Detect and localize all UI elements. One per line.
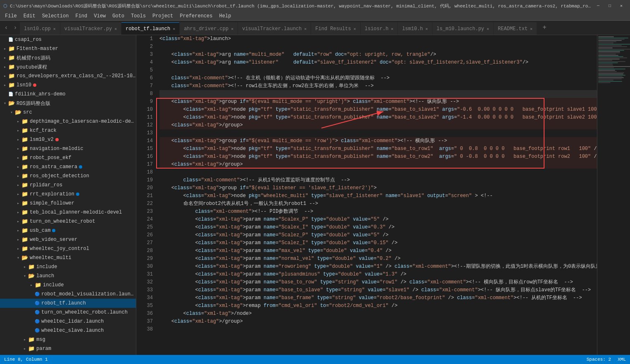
menu-item-preferences[interactable]: Preferences [176, 12, 216, 20]
sidebar-item-wheeltec_slave.launch[interactable]: 🔵 wheeltec_slave.launch [0, 326, 136, 335]
code-content[interactable]: <class="xml-tag">launch> <class="xml-tag… [156, 35, 597, 355]
tab-ls_m10-launch-py[interactable]: ls_m10.launch.py✕ [433, 22, 493, 35]
sidebar-item-src[interactable]: ▾📂 src [0, 108, 136, 117]
close-button[interactable]: ✕ [616, 2, 627, 10]
minimap-line [598, 50, 624, 51]
folder-icon: 📁 [21, 218, 28, 225]
tab-close-icon[interactable]: ✕ [426, 26, 428, 31]
line-number: 9 [136, 98, 153, 106]
menu-item-edit[interactable]: Edit [20, 12, 39, 20]
sidebar-item-msg[interactable]: ▸📁 msg [0, 335, 136, 344]
tab-close-icon[interactable]: ✕ [53, 26, 56, 31]
folder-arrow-icon: ▸ [15, 191, 21, 197]
sidebar-item-robot_tf.launch[interactable]: 🔵 robot_tf.launch [0, 299, 136, 308]
tab-lsiosr-h[interactable]: lsiosr.h✕ [361, 22, 398, 35]
tab-close-icon[interactable]: ✕ [304, 26, 307, 31]
tab-close-icon[interactable]: ✕ [391, 26, 393, 31]
code-line [159, 90, 597, 98]
folder-arrow-icon: ▸ [2, 45, 8, 52]
sidebar-item-ros_developers_extra_class_n2_--2021-10-08--eaab7[interactable]: ▸📁 ros_developers_extra_class_n2_--2021-… [0, 71, 136, 81]
sidebar-item-scripts[interactable]: ▸📁 scripts [0, 353, 136, 355]
tab-lsn10-cpp[interactable]: lsn10.cpp✕ [20, 22, 60, 35]
menu-item-file[interactable]: File [2, 12, 20, 20]
menu-item-goto[interactable]: Goto [109, 12, 128, 20]
sidebar-item-ros源码整合版[interactable]: ▾📂 ROS源码整合版 [0, 99, 136, 108]
sidebar-item-f1tenth-master[interactable]: ▸📁 F1tenth-master [0, 44, 136, 53]
sidebar-item-rrt_exploration[interactable]: ▸📁 rrt_exploration [0, 190, 136, 199]
line-number: 29 [136, 255, 153, 263]
tab-close-icon[interactable]: ✕ [231, 26, 233, 31]
minimize-button[interactable]: ─ [593, 2, 604, 10]
sidebar-item-include[interactable]: ▸📁 include [0, 262, 136, 271]
tab-close-icon[interactable]: ✕ [487, 26, 489, 31]
line-number: 3 [136, 51, 153, 59]
minimap-line [598, 67, 614, 68]
menu-item-tools[interactable]: Tools [128, 12, 149, 20]
sidebar-item-robot_model_visualization.launch[interactable]: 🔵 robot_model_visualization.launch [0, 290, 136, 299]
sidebar-item-机械臂ros源码[interactable]: ▸📁 机械臂ros源码 [0, 53, 136, 62]
tab-prev-button[interactable]: ‹ [2, 21, 11, 35]
code-line: <class="xml-tag">param name="Scalez_I" t… [159, 239, 597, 247]
tab-next-button[interactable]: › [11, 21, 20, 35]
tab-ahrs_driver-cpp[interactable]: ahrs_driver.cpp✕ [180, 22, 238, 35]
sidebar-item-wheeltec_multi[interactable]: ▾📂 wheeltec_multi [0, 253, 136, 262]
minimap-line [598, 46, 627, 47]
sidebar-item-lsm10_v2[interactable]: ▸📁 lsm10_v2 [0, 135, 136, 144]
tab-README-txt[interactable]: README.txt✕ [494, 22, 537, 35]
sidebar-item-turn_on_wheeltec_robot[interactable]: ▸📁 turn_on_wheeltec_robot [0, 217, 136, 226]
tab-close-icon[interactable]: ✕ [114, 26, 117, 31]
tab-close-icon[interactable]: ✕ [354, 26, 356, 31]
code-line: <class="xml-tag">group if="$(eval multi_… [159, 137, 597, 145]
tab-Find Results[interactable]: Find Results✕ [311, 22, 360, 35]
sidebar-item-kcf_track[interactable]: ▸📁 kcf_track [0, 126, 136, 135]
sidebar-item-label: launch [36, 273, 54, 279]
sidebar-item-ros_object_detection[interactable]: ▸📁 ros_object_detection [0, 171, 136, 181]
sidebar-item-usb_cam[interactable]: ▸📁 usb_cam [0, 226, 136, 235]
tab-lsm10-h[interactable]: lsm10.h✕ [398, 22, 432, 35]
menu-item-help[interactable]: Help [216, 12, 235, 20]
sidebar-item-web_video_server[interactable]: ▸📁 web_video_server [0, 235, 136, 244]
code-editor[interactable]: 1234567891011121314151617181920212223242… [136, 35, 630, 355]
sidebar-item-launch[interactable]: ▾📂 launch [0, 271, 136, 281]
code-line: <class="xml-tag">param name="roworleng" … [159, 263, 597, 271]
sidebar-item-depthimage_to_laserscan-melodic-devel[interactable]: ▸📁 depthimage_to_laserscan-melodic-devel [0, 117, 136, 126]
sidebar-item-wheeltec_joy_control[interactable]: ▸📁 wheeltec_joy_control [0, 244, 136, 253]
tab-add-button[interactable]: + [539, 21, 550, 35]
menu-item-selection[interactable]: Selection [39, 12, 72, 20]
tab-close-icon[interactable]: ✕ [530, 26, 533, 31]
folder-icon: 📂 [8, 100, 15, 107]
folder-icon: 📁 [21, 136, 28, 143]
folder-arrow-icon: ▸ [2, 64, 8, 70]
sidebar-item-simple_follower[interactable]: ▸📁 simple_follower [0, 199, 136, 208]
minimap-line [598, 76, 623, 77]
sidebar-item-navigation-melodic[interactable]: ▸📁 navigation-melodic [0, 144, 136, 153]
sidebar-item-csapi_ros[interactable]: 📄 csapi_ros [0, 35, 136, 44]
sidebar-item-param[interactable]: ▸📁 param [0, 344, 136, 353]
sidebar-item-rplidar_ros[interactable]: ▸📁 rplidar_ros [0, 181, 136, 190]
folder-arrow-icon: ▸ [15, 118, 21, 125]
folder-icon: 📁 [21, 118, 28, 125]
tab-visualTracker-py[interactable]: visualTracker.py✕ [60, 22, 121, 35]
menu-item-project[interactable]: Project [149, 12, 176, 20]
tab-visualTracker-launch[interactable]: visualTracker.launch✕ [238, 22, 311, 35]
menu-item-find[interactable]: Find [72, 12, 90, 20]
sidebar-item-turn_on_wheeltec_robot.launch[interactable]: 🔵 turn_on_wheeltec_robot.launch [0, 308, 136, 317]
sidebar-item-youtube课程[interactable]: ▸📁 youtube课程 [0, 62, 136, 71]
minimap-line [598, 75, 625, 76]
minimap-line [598, 64, 613, 64]
sidebar-item-wheeltec_lidar.launch[interactable]: 🔵 wheeltec_lidar.launch [0, 317, 136, 326]
sidebar-item-lsn10[interactable]: ▸📁 lsn10 [0, 81, 136, 90]
sidebar-item-include[interactable]: ▸📁 include [0, 281, 136, 290]
sidebar-item-fdilink_ahrs-demo[interactable]: 📄 fdilink_ahrs-demo [0, 90, 136, 99]
sidebar[interactable]: 📄 csapi_ros▸📁 F1tenth-master▸📁 机械臂ros源码▸… [0, 35, 136, 355]
sidebar-item-robot_pose_ekf[interactable]: ▸📁 robot_pose_ekf [0, 153, 136, 162]
maximize-button[interactable]: □ [604, 2, 615, 10]
menu-item-view[interactable]: View [90, 12, 109, 20]
tab-robot_tf-launch[interactable]: robot_tf.launch✕ [121, 22, 179, 35]
sidebar-item-teb_local_planner-melodic-devel[interactable]: ▸📁 teb_local_planner-melodic-devel [0, 208, 136, 217]
sidebar-item-ros_astra_camera[interactable]: ▸📁 ros_astra_camera [0, 162, 136, 171]
code-line: <class="xml-tag">/node> [159, 310, 597, 318]
tab-close-icon[interactable]: ✕ [173, 26, 175, 31]
folder-icon: 📁 [8, 45, 15, 52]
sidebar-item-label: F1tenth-master [17, 46, 58, 52]
